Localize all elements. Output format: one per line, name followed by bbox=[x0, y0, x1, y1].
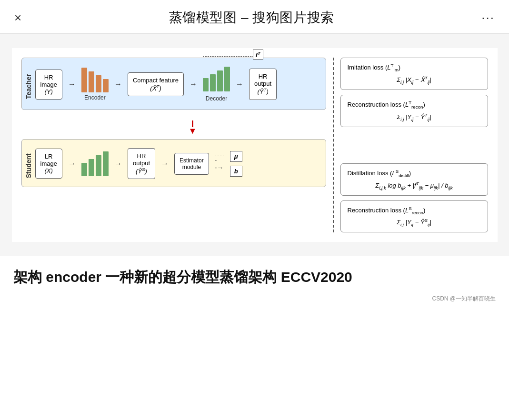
output-group: μ b bbox=[230, 151, 242, 177]
lr-image-var: (X) bbox=[40, 167, 57, 174]
lr-image-box: LR image (X) bbox=[35, 149, 62, 179]
arrow-s2: → bbox=[114, 160, 122, 168]
reconstruction-loss-teacher-formula: Σi,j |Yij − ŶTij| bbox=[348, 112, 481, 122]
right-spacer bbox=[340, 137, 488, 159]
hr-output-block-student: HR output (ŶS) bbox=[128, 148, 155, 179]
student-row: Student LR image (X) → bbox=[21, 139, 326, 187]
hr-output-box-teacher: HR output (ŶT) bbox=[249, 69, 277, 100]
caption-title: 架构 encoder 一种新的超分模型蒸馏架构 ECCV2020 bbox=[13, 268, 496, 287]
compact-feature-var: (X̂T) bbox=[133, 84, 179, 92]
arrow-4: → bbox=[236, 80, 243, 89]
diagram-right: Imitation loss (LTim) Σi,j |Xij − X̂Tij|… bbox=[340, 58, 488, 232]
student-label: Student bbox=[22, 148, 35, 184]
ft-box: fT bbox=[253, 50, 263, 60]
encoder-label: Encoder bbox=[84, 94, 106, 101]
reconstruction-loss-teacher-box: Reconstruction loss (LTrecon) Σi,j |Yij … bbox=[340, 95, 488, 127]
compact-feature-block: Compact feature (X̂T) bbox=[128, 72, 184, 96]
hr-output-box-student: HR output (ŶS) bbox=[128, 148, 155, 179]
dec-bar-2 bbox=[210, 74, 216, 91]
teacher-content: HR image (Y) → bbox=[35, 67, 317, 107]
estimator-label: Estimator bbox=[180, 157, 204, 164]
diagram-layout: Teacher HR image (Y) → bbox=[21, 58, 488, 232]
reconstruction-loss-student-title: Reconstruction loss (LSrecon) bbox=[348, 206, 481, 215]
compact-feature-box: Compact feature (X̂T) bbox=[128, 72, 184, 96]
arrow-3: → bbox=[190, 80, 197, 89]
reconstruction-loss-student-formula: Σi,j |Yij − ŶSij| bbox=[348, 218, 481, 227]
b-output: b bbox=[230, 166, 242, 177]
dec-bar-3 bbox=[217, 70, 223, 91]
encoder-group: Encoder bbox=[81, 68, 109, 101]
student-enc-group bbox=[81, 151, 109, 176]
hr-output-label-teacher: HR bbox=[254, 73, 271, 80]
decoder-label: Decoder bbox=[206, 95, 227, 102]
page-title: 蒸馏模型图 – 搜狗图片搜索 bbox=[169, 9, 334, 27]
imitation-loss-box: Imitation loss (LTim) Σi,j |Xij − X̂Tij| bbox=[340, 58, 488, 90]
close-button[interactable]: × bbox=[14, 10, 21, 25]
reconstruction-loss-student-box: Reconstruction loss (LSrecon) Σi,j |Yij … bbox=[340, 200, 488, 233]
hr-output-block-teacher: HR output (ŶT) bbox=[249, 69, 277, 100]
arrow-s1: → bbox=[68, 160, 76, 168]
distillation-loss-title: Distillation loss (LSdistill) bbox=[348, 169, 481, 178]
dec-bar-4 bbox=[224, 67, 230, 91]
red-arrow-wrapper: ▼ bbox=[189, 120, 197, 136]
enc-bar-4 bbox=[103, 79, 109, 92]
teacher-losses: Imitation loss (LTim) Σi,j |Xij − X̂Tij|… bbox=[340, 58, 488, 137]
compact-feature-label: Compact feature bbox=[133, 77, 179, 84]
lr-image-sub: image bbox=[40, 160, 57, 167]
hr-output-sub-student: output bbox=[133, 160, 150, 167]
mu-output: μ bbox=[230, 151, 242, 162]
distillation-loss-formula: Σi,j,k log bijk + |fTijk − μijk| / bijk bbox=[348, 181, 481, 190]
diagram-left: Teacher HR image (Y) → bbox=[21, 58, 326, 232]
enc-bar-1 bbox=[81, 68, 87, 92]
imitation-loss-formula: Σi,j |Xij − X̂Tij| bbox=[348, 75, 481, 85]
lr-image-block: LR image (X) bbox=[35, 149, 62, 179]
arrow-2: → bbox=[114, 80, 122, 89]
vertical-divider bbox=[333, 58, 334, 232]
reconstruction-loss-teacher-title: Reconstruction loss (LTrecon) bbox=[348, 100, 481, 110]
distillation-loss-box: Distillation loss (LSdistill) Σi,j,k log… bbox=[340, 163, 488, 196]
red-arrow-head: ▼ bbox=[189, 126, 197, 136]
arrow-1: → bbox=[68, 80, 76, 89]
enc-bar-3 bbox=[96, 75, 101, 92]
main-image-area: Teacher HR image (Y) → bbox=[0, 34, 509, 256]
estimator-label2: module bbox=[180, 164, 204, 170]
lr-image-label: LR bbox=[40, 153, 57, 160]
hr-image-block: HR image (Y) bbox=[35, 70, 62, 100]
student-content: LR image (X) → bbox=[35, 148, 317, 184]
student-losses: Distillation loss (LSdistill) Σi,j,k log… bbox=[340, 159, 488, 233]
s-enc-bar-4 bbox=[103, 151, 109, 176]
s-enc-bar-1 bbox=[81, 163, 87, 176]
hr-image-label: HR bbox=[40, 74, 57, 81]
estimator-block: Estimator module bbox=[174, 153, 209, 175]
hr-output-label-student: HR bbox=[133, 152, 150, 160]
diagram: Teacher HR image (Y) → bbox=[12, 48, 498, 242]
header: × 蒸馏模型图 – 搜狗图片搜索 ··· bbox=[0, 0, 509, 34]
estimator-box: Estimator module bbox=[174, 153, 209, 175]
arrow-s3: → bbox=[161, 160, 169, 168]
s-enc-bar-3 bbox=[96, 155, 101, 176]
teacher-label: Teacher bbox=[22, 67, 35, 107]
red-arrow-container: ▼ bbox=[21, 118, 326, 139]
hr-image-box: HR image (Y) bbox=[35, 70, 62, 100]
enc-bar-2 bbox=[89, 71, 94, 92]
dashed-arrow: - -→ bbox=[215, 156, 224, 171]
hr-image-var: (Y) bbox=[40, 88, 57, 95]
hr-output-var-teacher: (ŶT) bbox=[254, 87, 271, 95]
encoder-bars bbox=[81, 68, 109, 92]
more-button[interactable]: ··· bbox=[481, 10, 495, 25]
hr-output-var-student: (ŶS) bbox=[133, 167, 150, 175]
teacher-row: Teacher HR image (Y) → bbox=[21, 58, 326, 110]
hr-output-sub-teacher: output bbox=[254, 80, 271, 87]
caption-source: CSDN @一知半解百晓生 bbox=[13, 295, 496, 303]
dec-bar-1 bbox=[203, 78, 209, 91]
decoder-group: fT Decoder bbox=[203, 67, 230, 102]
imitation-loss-title: Imitation loss (LTim) bbox=[348, 63, 481, 72]
hr-image-sub: image bbox=[40, 81, 57, 88]
caption-area: 架构 encoder 一种新的超分模型蒸馏架构 ECCV2020 CSDN @一… bbox=[0, 256, 509, 310]
s-enc-bar-2 bbox=[89, 159, 94, 176]
student-enc-bars bbox=[81, 151, 109, 176]
